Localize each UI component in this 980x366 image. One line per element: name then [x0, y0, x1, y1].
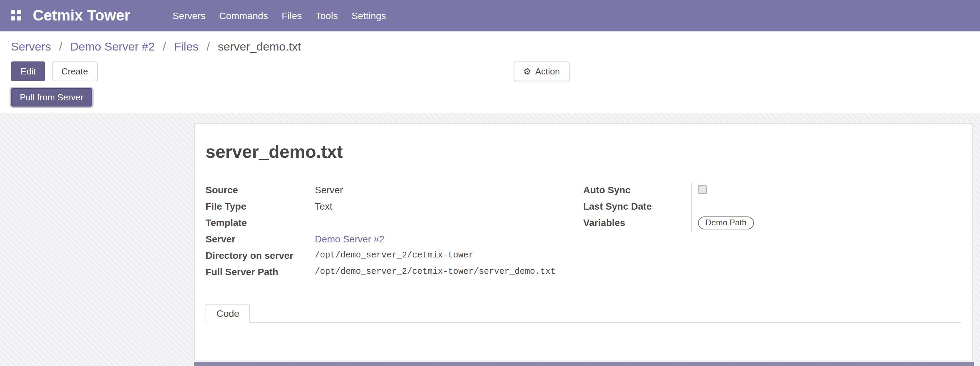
widget-cell: Demo Path — [691, 216, 961, 232]
breadcrumb-separator: / — [59, 40, 62, 53]
server-link[interactable]: Demo Server #2 — [315, 232, 385, 245]
variable-tag: Demo Path — [698, 216, 754, 229]
object-buttons-row: Pull from Server — [0, 85, 980, 107]
fields-left-column: Source Server File Type Text Template Se… — [205, 183, 583, 281]
menu-item-files[interactable]: Files — [275, 0, 309, 32]
action-button-label: Action — [535, 66, 560, 76]
field-directory-on-server: Directory on server /opt/demo_server_2/c… — [205, 248, 583, 265]
notebook-tabs: Code — [205, 304, 961, 323]
top-navbar: Cetmix Tower Servers Commands Files Tool… — [0, 0, 980, 32]
field-label: Variables — [583, 216, 691, 228]
breadcrumb-current: server_demo.txt — [218, 40, 301, 53]
field-label: Auto Sync — [583, 183, 691, 195]
field-label: Directory on server — [205, 248, 315, 261]
gear-icon: ⚙ — [523, 67, 531, 76]
breadcrumb-link-demo-server[interactable]: Demo Server #2 — [70, 40, 155, 53]
field-auto-sync: Auto Sync — [583, 183, 961, 199]
content-area: server_demo.txt Source Server File Type … — [0, 113, 980, 366]
fields-right-column: Auto Sync Last Sync Date Variables Demo … — [583, 183, 961, 281]
tab-code[interactable]: Code — [205, 304, 250, 323]
field-file-type: File Type Text — [205, 199, 583, 216]
field-value: /opt/demo_server_2/cetmix-tower/server_d… — [315, 265, 555, 277]
field-server: Server Demo Server #2 — [205, 232, 583, 248]
menu-item-settings[interactable]: Settings — [345, 0, 393, 32]
form-sheet: server_demo.txt Source Server File Type … — [194, 123, 972, 361]
breadcrumb-separator: / — [207, 40, 210, 53]
record-title: server_demo.txt — [205, 142, 961, 162]
field-last-sync-date: Last Sync Date — [583, 199, 961, 216]
field-label: Full Server Path — [205, 265, 315, 277]
menu-item-commands[interactable]: Commands — [212, 0, 275, 32]
breadcrumb-separator: / — [163, 40, 166, 53]
field-variables: Variables Demo Path — [583, 216, 961, 232]
field-full-server-path: Full Server Path /opt/demo_server_2/cetm… — [205, 265, 583, 281]
field-label: File Type — [205, 199, 315, 212]
widget-cell — [691, 199, 961, 216]
field-value: /opt/demo_server_2/cetmix-tower — [315, 248, 474, 260]
field-group: Source Server File Type Text Template Se… — [205, 183, 961, 281]
action-dropdown-button[interactable]: ⚙ Action — [514, 62, 570, 81]
field-value: Text — [315, 199, 332, 212]
widget-cell — [691, 183, 961, 199]
menu-item-tools[interactable]: Tools — [309, 0, 345, 32]
code-editor-top-edge — [194, 362, 974, 366]
breadcrumb-link-servers[interactable]: Servers — [11, 40, 51, 53]
field-label: Server — [205, 232, 315, 245]
pull-from-server-button[interactable]: Pull from Server — [11, 88, 92, 107]
app-window: Cetmix Tower Servers Commands Files Tool… — [0, 0, 980, 366]
breadcrumb-link-files[interactable]: Files — [174, 40, 199, 53]
field-label: Source — [205, 183, 315, 195]
apps-grid-icon[interactable] — [11, 10, 22, 21]
field-label: Last Sync Date — [583, 199, 691, 212]
menu-item-servers[interactable]: Servers — [165, 0, 212, 32]
auto-sync-checkbox — [698, 185, 707, 194]
create-button[interactable]: Create — [52, 62, 98, 81]
breadcrumb: Servers / Demo Server #2 / Files / serve… — [0, 32, 980, 57]
field-value: Server — [315, 183, 343, 195]
brand-title[interactable]: Cetmix Tower — [33, 7, 130, 25]
main-menu: Servers Commands Files Tools Settings — [165, 0, 393, 32]
edit-button[interactable]: Edit — [11, 62, 45, 81]
field-source: Source Server — [205, 183, 583, 199]
field-template: Template — [205, 216, 583, 232]
control-panel: Edit Create ⚙ Action — [0, 57, 980, 85]
field-label: Template — [205, 216, 315, 228]
